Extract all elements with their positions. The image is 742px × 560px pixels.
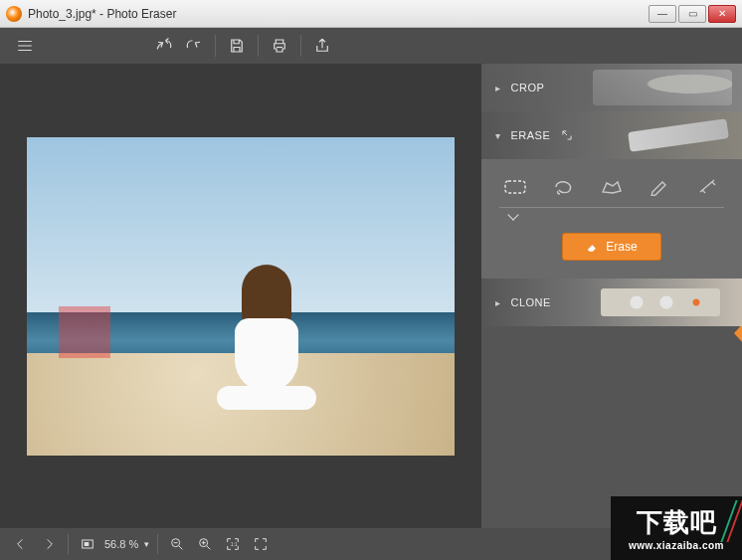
erase-button-label: Erase [606, 240, 637, 254]
watermark-text: 下载吧 [637, 505, 717, 540]
toolbar-divider [258, 35, 259, 57]
save-button[interactable] [222, 32, 252, 60]
zoom-out-button[interactable] [166, 533, 188, 555]
erase-selection[interactable] [59, 306, 110, 358]
photo-subject [215, 265, 318, 414]
panel-erase-body: Erase [481, 159, 742, 279]
prev-image-button[interactable] [10, 533, 32, 555]
brush-tool[interactable] [647, 177, 674, 197]
maximize-button[interactable]: ▭ [678, 5, 706, 23]
fullscreen-button[interactable] [250, 533, 272, 555]
print-button[interactable] [265, 32, 294, 60]
watermark: 下载吧 www.xiazaiba.com [611, 496, 742, 560]
workspace: ▸ CROP ▾ ERASE [0, 64, 742, 528]
app-icon [6, 6, 22, 22]
panel-crop-label: CROP [511, 82, 545, 93]
fit-screen-icon[interactable] [77, 533, 98, 555]
undo-button[interactable] [149, 32, 179, 60]
tool-active-tick [507, 209, 518, 220]
svg-rect-0 [505, 181, 525, 193]
magic-tool[interactable] [694, 177, 722, 197]
redo-button[interactable] [179, 32, 209, 60]
tool-underline [499, 207, 724, 208]
svg-rect-2 [85, 542, 90, 546]
watermark-url: www.xiazaiba.com [629, 540, 724, 551]
window-titlebar: Photo_3.jpg* - Photo Eraser — ▭ ✕ [0, 0, 742, 28]
top-toolbar [0, 28, 742, 64]
polygon-tool[interactable] [598, 177, 626, 197]
chevron-right-icon: ▸ [495, 297, 501, 308]
menu-button[interactable] [10, 32, 40, 60]
minimize-button[interactable]: — [649, 5, 676, 23]
erase-tool-row [499, 173, 724, 207]
window-title: Photo_3.jpg* - Photo Eraser [28, 7, 649, 21]
side-panel: ▸ CROP ▾ ERASE [481, 64, 742, 528]
marquee-tool[interactable] [501, 177, 529, 197]
panel-crop-header[interactable]: ▸ CROP [481, 64, 742, 111]
panel-clone-header[interactable]: ▸ CLONE [481, 279, 742, 326]
zoom-level: 56.8 % [104, 538, 138, 550]
chevron-right-icon: ▸ [495, 83, 501, 93]
canvas-area[interactable] [0, 64, 481, 528]
zoom-dropdown-icon[interactable]: ▾ [144, 539, 149, 549]
erase-button[interactable]: Erase [562, 233, 661, 261]
image-canvas[interactable] [27, 137, 455, 456]
window-controls: — ▭ ✕ [649, 5, 736, 23]
panel-clone-label: CLONE [511, 296, 551, 308]
panel-erase-label: ERASE [511, 129, 551, 141]
chevron-down-icon: ▾ [495, 130, 501, 141]
actual-size-button[interactable]: 1:1 [222, 533, 244, 555]
zoom-in-button[interactable] [194, 533, 216, 555]
share-button[interactable] [307, 32, 337, 60]
next-image-button[interactable] [38, 533, 60, 555]
eraser-icon [586, 240, 600, 254]
lasso-tool[interactable] [550, 177, 578, 197]
svg-text:1:1: 1:1 [231, 542, 238, 547]
external-icon [560, 128, 574, 142]
toolbar-divider [215, 35, 216, 57]
toolbar-divider [300, 35, 301, 57]
close-button[interactable]: ✕ [708, 5, 736, 23]
panel-erase-header[interactable]: ▾ ERASE [481, 111, 742, 159]
